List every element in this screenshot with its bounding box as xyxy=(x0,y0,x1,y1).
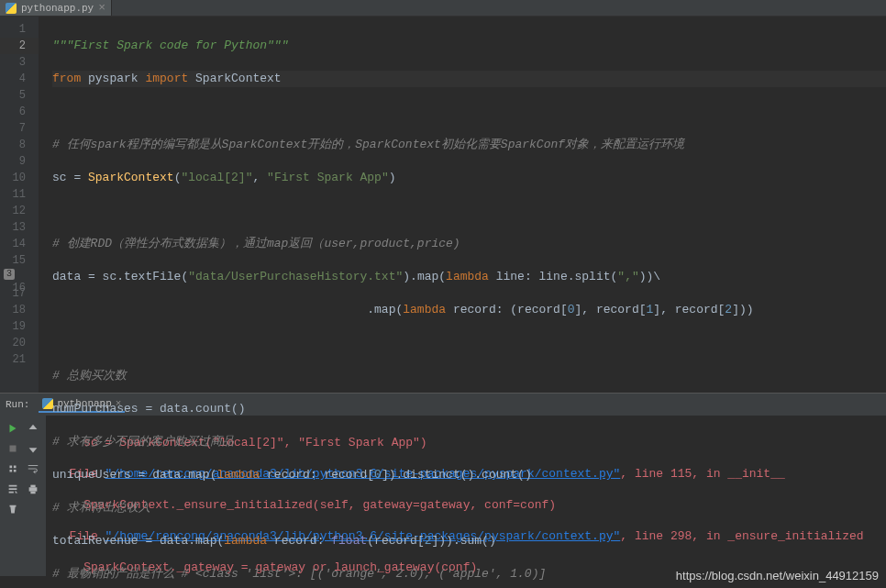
gutter-mark[interactable]: 3 xyxy=(4,269,15,280)
svg-rect-2 xyxy=(30,485,35,488)
line-number: 6 xyxy=(0,104,39,120)
line-number: 19 xyxy=(0,318,39,335)
tab-filename: pythonapp.py xyxy=(21,3,94,14)
line-number: 8 xyxy=(0,137,39,153)
rerun-button[interactable] xyxy=(4,419,22,438)
editor-tab-pythonapp[interactable]: pythonapp.py × xyxy=(0,0,112,16)
line-number: 13 xyxy=(0,219,39,236)
trash-button[interactable] xyxy=(4,500,22,518)
svg-rect-3 xyxy=(30,492,35,494)
line-number: 9 xyxy=(0,153,39,170)
up-button[interactable] xyxy=(24,419,42,438)
line-number: 5 xyxy=(0,87,39,104)
stop-button[interactable] xyxy=(4,439,22,458)
line-number: 2 xyxy=(0,38,39,54)
run-toolbar xyxy=(0,416,46,576)
line-number: 316 xyxy=(0,269,39,285)
close-icon[interactable]: × xyxy=(98,1,105,15)
code-area[interactable]: """First Spark code for Python""" from p… xyxy=(39,17,886,393)
svg-rect-1 xyxy=(29,487,38,491)
scroll-to-end-button[interactable] xyxy=(4,480,22,498)
line-number: 10 xyxy=(0,170,39,186)
svg-rect-0 xyxy=(10,446,17,452)
line-number: 21 xyxy=(0,351,39,368)
line-number: 11 xyxy=(0,186,39,203)
line-number: 12 xyxy=(0,203,39,219)
down-button[interactable] xyxy=(24,439,42,458)
line-number: 3 xyxy=(0,54,39,71)
code-editor[interactable]: 1 2 3 4 5 6 7 8 9 10 11 12 13 14 15 316 … xyxy=(0,17,886,393)
line-number: 1 xyxy=(0,21,39,38)
print-button[interactable] xyxy=(24,480,42,498)
line-number: 14 xyxy=(0,236,39,252)
line-number: 18 xyxy=(0,302,39,318)
line-number: 15 xyxy=(0,252,39,269)
line-number: 4 xyxy=(0,71,39,87)
python-file-icon xyxy=(6,3,17,14)
run-label: Run: xyxy=(6,399,29,410)
restart-button[interactable] xyxy=(4,460,22,478)
watermark: https://blog.csdn.net/weixin_44912159 xyxy=(676,569,879,582)
line-number-gutter: 1 2 3 4 5 6 7 8 9 10 11 12 13 14 15 316 … xyxy=(0,17,39,393)
editor-tab-bar: pythonapp.py × xyxy=(0,0,886,17)
line-number: 17 xyxy=(0,285,39,302)
line-number: 20 xyxy=(0,335,39,351)
line-number: 7 xyxy=(0,120,39,137)
soft-wrap-button[interactable] xyxy=(24,460,42,478)
